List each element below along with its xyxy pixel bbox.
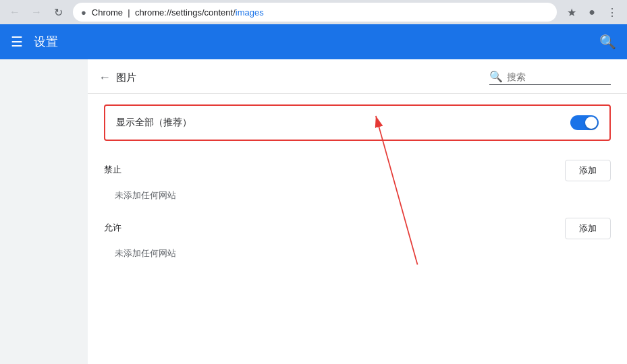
address-bar[interactable]: ● Chrome | chrome://settings/content/ima… (73, 3, 557, 22)
toolbar-actions: ★ ● ⋮ (562, 3, 622, 22)
allow-label: 允许 (104, 218, 121, 234)
lock-icon: ● (81, 7, 86, 18)
settings-header: ☰ 设置 🔍 (0, 24, 627, 59)
search-box: 🔍 (489, 70, 611, 85)
sidebar (0, 59, 88, 364)
search-box-icon: 🔍 (489, 70, 503, 83)
toggle-thumb (585, 117, 597, 129)
bookmark-button[interactable]: ★ (562, 3, 581, 22)
settings-title: 设置 (34, 34, 589, 50)
menu-button[interactable]: ⋮ (603, 3, 622, 22)
page-title: 图片 (116, 71, 136, 84)
toggle-switch[interactable] (570, 115, 599, 130)
browser-bar: ← → ↻ ● Chrome | chrome://settings/conte… (0, 0, 627, 24)
content-area: ← 图片 🔍 显示全部（推荐） 禁止 添加 (88, 59, 627, 364)
hamburger-icon[interactable]: ☰ (11, 34, 23, 50)
back-arrow-icon: ← (99, 71, 111, 85)
allow-empty-text: 未添加任何网站 (104, 245, 611, 270)
back-button[interactable]: ← (5, 3, 24, 22)
address-highlight: images (236, 7, 264, 18)
allow-add-button[interactable]: 添加 (565, 218, 611, 239)
page-header: ← 图片 🔍 (88, 59, 627, 94)
forward-button[interactable]: → (27, 3, 46, 22)
toggle-label: 显示全部（推荐） (116, 117, 192, 129)
block-add-button[interactable]: 添加 (565, 160, 611, 181)
reload-button[interactable]: ↻ (49, 3, 67, 22)
main-content: ← 图片 🔍 显示全部（推荐） 禁止 添加 (0, 59, 627, 364)
show-all-toggle-row: 显示全部（推荐） (104, 104, 611, 141)
address-text: Chrome | chrome://settings/content/image… (92, 7, 264, 18)
account-button[interactable]: ● (582, 3, 601, 22)
nav-buttons: ← → ↻ (5, 3, 67, 22)
toggle-track (570, 115, 599, 130)
block-empty-text: 未添加任何网站 (104, 187, 611, 212)
settings-body: 显示全部（推荐） 禁止 添加 未添加任何网站 允许 添加 未添加任何网站 (88, 94, 627, 278)
header-search-icon[interactable]: 🔍 (599, 34, 616, 50)
block-section-row: 禁止 添加 (104, 154, 611, 184)
allow-section-row: 允许 添加 (104, 212, 611, 242)
back-navigation[interactable]: ← 图片 (99, 71, 136, 85)
block-label: 禁止 (104, 160, 121, 176)
search-input[interactable] (507, 71, 608, 82)
